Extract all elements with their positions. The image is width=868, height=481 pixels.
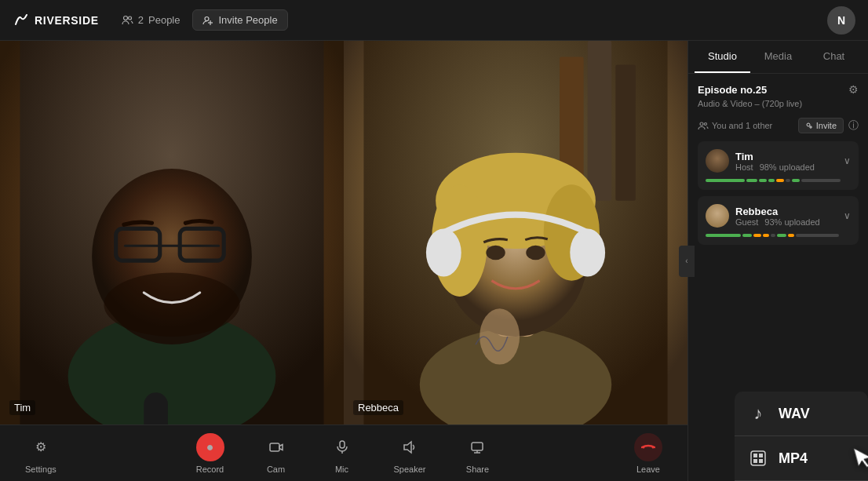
episode-row: Episode no.25 ⚙ bbox=[698, 83, 859, 96]
mic-button[interactable]: Mic bbox=[322, 430, 363, 477]
rebbeca-progress-orange bbox=[753, 234, 761, 237]
svg-point-37 bbox=[652, 446, 655, 448]
cam-button[interactable]: Cam bbox=[256, 430, 297, 477]
video-area: Tim bbox=[0, 41, 687, 481]
tim-details: Tim Host 98% uploaded bbox=[735, 151, 815, 172]
tim-progress-gray2 bbox=[801, 179, 841, 182]
svg-rect-15 bbox=[588, 41, 612, 201]
right-panel: ‹ Studio Media Chat Episode no.25 ⚙ Audi… bbox=[687, 41, 868, 481]
rebbeca-progress-orange3 bbox=[788, 234, 794, 237]
invite-small-icon bbox=[805, 122, 813, 129]
episode-settings-button[interactable]: ⚙ bbox=[848, 83, 859, 96]
participant-card-rebbeca: Rebbeca Guest 93% uploaded ∨ bbox=[698, 196, 859, 245]
episode-subtitle: Audio & Video – (720p live) bbox=[698, 99, 859, 108]
mp4-icon bbox=[747, 447, 769, 469]
rebbeca-details: Rebbeca Guest 93% uploaded bbox=[735, 206, 820, 227]
riverside-logo-icon bbox=[13, 12, 30, 29]
rebbeca-progress-green2 bbox=[742, 234, 752, 237]
rebbeca-progress-bar bbox=[706, 234, 851, 237]
svg-point-26 bbox=[486, 246, 505, 260]
invite-icon bbox=[202, 15, 213, 26]
share-button[interactable]: Share bbox=[457, 430, 498, 477]
svg-point-38 bbox=[700, 122, 703, 126]
svg-point-2 bbox=[205, 16, 209, 20]
logo-text: RIVERSIDE bbox=[35, 14, 99, 27]
rebbeca-name: Rebbeca bbox=[735, 206, 820, 217]
leave-icon bbox=[634, 433, 662, 461]
rebbeca-expand-button[interactable]: ∨ bbox=[844, 210, 851, 221]
rebbeca-video-label: Rebbeca bbox=[353, 400, 403, 415]
people-icon bbox=[121, 14, 133, 27]
tim-progress-green3 bbox=[759, 179, 767, 182]
tab-media[interactable]: Media bbox=[750, 41, 806, 73]
episode-title: Episode no.25 bbox=[698, 84, 767, 96]
svg-point-1 bbox=[128, 16, 131, 20]
participant-top-rebbeca: Rebbeca Guest 93% uploaded ∨ bbox=[706, 204, 851, 228]
svg-rect-33 bbox=[472, 443, 483, 450]
rebbeca-progress-gray bbox=[771, 234, 775, 237]
svg-point-36 bbox=[643, 446, 645, 448]
people-button[interactable]: 2 People bbox=[115, 11, 187, 30]
tim-video-feed bbox=[0, 41, 344, 425]
wav-label: WAV bbox=[779, 406, 810, 422]
format-popup: ♪ WAV MP4 bbox=[735, 392, 868, 481]
svg-rect-45 bbox=[759, 454, 763, 457]
header: RIVERSIDE 2 People Invite People N bbox=[0, 0, 868, 41]
main-content: Tim bbox=[0, 41, 868, 481]
tim-upload: 98% uploaded bbox=[760, 162, 815, 172]
info-button[interactable]: ⓘ bbox=[848, 118, 859, 133]
svg-marker-32 bbox=[404, 442, 411, 453]
video-grid: Tim bbox=[0, 41, 687, 425]
video-cell-rebbeca: Rebbeca bbox=[344, 41, 687, 425]
logo: RIVERSIDE bbox=[13, 12, 99, 29]
rebbeca-progress-gray2 bbox=[796, 234, 839, 237]
participant-card-tim: Tim Host 98% uploaded ∨ bbox=[698, 141, 859, 190]
tim-progress-orange bbox=[776, 179, 784, 182]
tim-progress-green5 bbox=[792, 179, 800, 182]
record-button[interactable]: ● Record bbox=[190, 430, 231, 477]
tab-chat[interactable]: Chat bbox=[806, 41, 862, 73]
speaker-icon bbox=[396, 433, 424, 461]
record-icon: ● bbox=[196, 433, 224, 461]
cam-icon bbox=[262, 433, 290, 461]
format-mp4[interactable]: MP4 bbox=[735, 436, 868, 481]
tim-progress-green bbox=[706, 179, 745, 182]
panel-tabs: Studio Media Chat bbox=[688, 41, 868, 74]
svg-rect-44 bbox=[753, 454, 757, 457]
svg-rect-30 bbox=[340, 441, 345, 448]
tim-expand-button[interactable]: ∨ bbox=[844, 155, 851, 166]
invite-small-button[interactable]: Invite bbox=[798, 118, 844, 133]
tim-name: Tim bbox=[735, 151, 815, 162]
wav-icon: ♪ bbox=[747, 403, 769, 425]
tim-progress-gray bbox=[786, 179, 790, 182]
tim-video-label: Tim bbox=[9, 400, 35, 415]
participant-top-tim: Tim Host 98% uploaded ∨ bbox=[706, 149, 851, 173]
tab-studio[interactable]: Studio bbox=[695, 41, 750, 73]
panel-toggle-button[interactable]: ‹ bbox=[679, 246, 695, 277]
toolbar: ⚙ Settings ● Record Cam bbox=[0, 425, 687, 481]
svg-rect-43 bbox=[751, 451, 765, 465]
speaker-button[interactable]: Speaker bbox=[388, 430, 432, 477]
rebbeca-progress-orange2 bbox=[763, 234, 769, 237]
svg-rect-16 bbox=[615, 65, 635, 201]
tim-progress-bar bbox=[706, 179, 851, 182]
format-wav[interactable]: ♪ WAV bbox=[735, 392, 868, 436]
tim-face-svg bbox=[0, 41, 344, 425]
svg-rect-47 bbox=[759, 459, 763, 463]
participants-count-icon bbox=[698, 121, 709, 130]
video-cell-tim: Tim bbox=[0, 41, 344, 425]
svg-rect-46 bbox=[753, 459, 757, 463]
rebbeca-progress-green bbox=[706, 234, 741, 237]
rebbeca-progress-green3 bbox=[777, 234, 786, 237]
svg-rect-9 bbox=[124, 245, 220, 247]
settings-button[interactable]: ⚙ Settings bbox=[19, 430, 63, 477]
tim-avatar bbox=[706, 149, 729, 173]
participants-count: You and 1 other bbox=[698, 121, 772, 130]
tim-progress-green2 bbox=[746, 179, 757, 182]
leave-button[interactable]: Leave bbox=[628, 430, 669, 477]
rebbeca-face-svg bbox=[344, 41, 687, 425]
svg-point-40 bbox=[807, 123, 810, 126]
settings-icon: ⚙ bbox=[27, 433, 55, 461]
user-avatar-button[interactable]: N bbox=[827, 6, 855, 35]
invite-people-button[interactable]: Invite People bbox=[192, 9, 287, 31]
